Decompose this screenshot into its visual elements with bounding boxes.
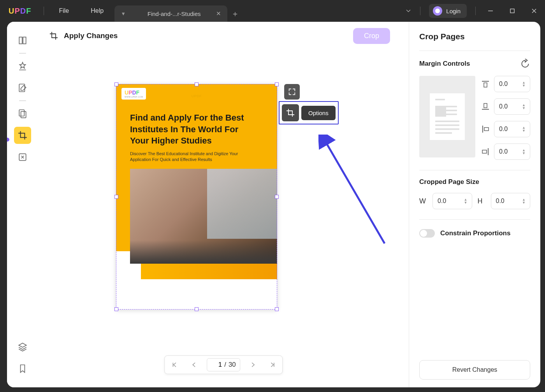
width-label: W <box>419 197 427 205</box>
login-label: Login <box>446 8 461 14</box>
tab-close-icon[interactable]: ✕ <box>214 9 223 18</box>
margin-bottom-icon <box>481 102 490 111</box>
page-sep: / <box>224 361 226 369</box>
svg-line-7 <box>325 142 385 243</box>
svg-rect-14 <box>482 150 487 153</box>
window-maximize-icon[interactable] <box>501 0 523 22</box>
login-button[interactable]: Login <box>429 4 467 18</box>
margin-controls-label: Margin Controls <box>419 60 470 68</box>
crop-selection[interactable] <box>116 84 277 310</box>
handle-left-mid[interactable] <box>114 195 118 199</box>
svg-rect-1 <box>510 9 514 13</box>
new-tab-button[interactable]: ＋ <box>227 6 243 21</box>
svg-rect-5 <box>21 112 26 118</box>
tab-dropdown-icon[interactable]: ▾ <box>119 10 128 17</box>
window-minimize-icon[interactable] <box>480 0 501 22</box>
svg-rect-10 <box>484 103 487 108</box>
handle-top-right[interactable] <box>275 82 279 86</box>
svg-rect-4 <box>19 110 24 116</box>
window-close-icon[interactable] <box>523 0 545 22</box>
tools-tool[interactable] <box>14 149 31 166</box>
spin-down[interactable]: ▼ <box>522 84 527 87</box>
handle-bottom-mid[interactable] <box>195 307 199 311</box>
document-tab[interactable]: ▾ Find-and-...r-Studies ✕ <box>114 5 227 22</box>
menu-help[interactable]: Help <box>80 0 114 22</box>
comment-tool[interactable] <box>14 58 31 75</box>
menu-file[interactable]: File <box>48 0 80 22</box>
apply-bar: Apply Changes Crop <box>38 22 409 50</box>
tab-title: Find-and-...r-Studies <box>134 10 214 17</box>
bookmark-icon[interactable] <box>14 360 31 377</box>
margin-top-icon <box>481 79 490 89</box>
organize-tool[interactable] <box>14 105 31 122</box>
crop-tool[interactable] <box>14 127 31 144</box>
fullscreen-button[interactable] <box>284 84 300 100</box>
right-panel: Crop Pages Margin Controls <box>409 22 540 387</box>
constrain-label: Constrain Proportions <box>440 229 510 237</box>
handle-top-left[interactable] <box>114 82 118 86</box>
margin-preview <box>419 76 475 158</box>
edit-tool[interactable] <box>14 79 31 96</box>
options-tooltip: Options <box>301 106 336 120</box>
handle-right-mid[interactable] <box>275 195 279 199</box>
first-page-button[interactable] <box>165 355 184 374</box>
avatar-icon <box>433 6 442 16</box>
height-input[interactable] <box>496 198 521 205</box>
handle-top-mid[interactable] <box>195 82 199 86</box>
prev-page-button[interactable] <box>184 355 204 374</box>
crop-icon <box>49 31 58 40</box>
reset-margins-icon[interactable] <box>520 59 530 69</box>
margin-right-input[interactable] <box>499 148 520 155</box>
margin-right-icon <box>481 147 490 156</box>
margin-bottom-input[interactable] <box>499 103 520 110</box>
margin-top-input[interactable] <box>499 80 520 88</box>
next-page-button[interactable] <box>243 355 263 374</box>
svg-rect-9 <box>484 83 487 87</box>
svg-rect-13 <box>484 128 489 131</box>
height-label: H <box>478 197 485 205</box>
app-logo: UPDF <box>9 7 31 16</box>
width-input[interactable] <box>438 198 462 205</box>
crop-button[interactable]: Crop <box>353 28 390 44</box>
options-highlight: Options <box>279 101 339 124</box>
active-indicator-dot <box>7 138 9 142</box>
annotation-arrow <box>318 135 390 249</box>
revert-button[interactable]: Revert Changes <box>419 360 530 380</box>
current-page-input[interactable] <box>211 361 222 369</box>
document-page[interactable]: UPDFWWW.UPDF.COM UPDF Find and Apply For… <box>116 84 277 310</box>
panel-title: Crop Pages <box>419 32 530 41</box>
center-area: Apply Changes Crop UPDFWWW.UPDF.COM UPDF… <box>38 22 409 387</box>
titlebar: UPDF File Help ▾ Find-and-...r-Studies ✕… <box>0 0 545 22</box>
divider <box>44 7 44 15</box>
last-page-button[interactable] <box>263 355 282 374</box>
margin-left-icon <box>481 124 490 134</box>
reader-tool[interactable] <box>14 32 31 49</box>
page-navigation: / 30 <box>164 355 283 374</box>
layers-icon[interactable] <box>14 338 31 355</box>
handle-bottom-left[interactable] <box>114 307 118 311</box>
crop-options-button[interactable] <box>282 104 299 121</box>
handle-bottom-right[interactable] <box>275 307 279 311</box>
main-frame: Apply Changes Crop UPDFWWW.UPDF.COM UPDF… <box>7 22 540 387</box>
cropped-size-label: Cropped Page Size <box>419 178 530 186</box>
constrain-toggle[interactable] <box>419 229 435 238</box>
left-toolbar <box>7 22 38 387</box>
apply-changes-label: Apply Changes <box>64 32 118 40</box>
margin-left-input[interactable] <box>499 126 520 133</box>
total-pages: 30 <box>229 361 236 369</box>
tabs-dropdown-icon[interactable] <box>401 3 416 19</box>
